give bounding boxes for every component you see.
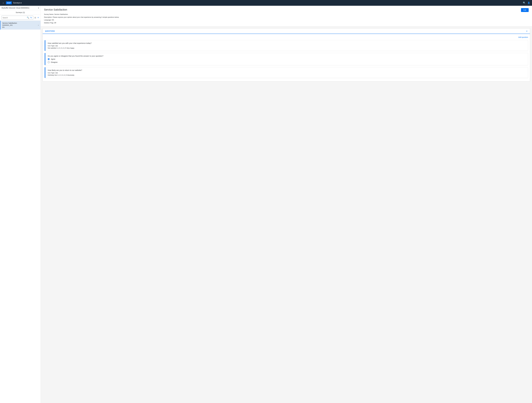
detail-header: Service Satisfaction Survey Name: Servic… <box>41 6 532 26</box>
filter-button[interactable]: ⊟ <box>34 16 36 19</box>
add-question-button[interactable]: Add question <box>518 36 528 38</box>
question-text-2: Do you agree or disagree that you found … <box>48 55 526 57</box>
detail-title: Service Satisfaction <box>44 8 119 11</box>
header-right: 🔍 👤 <box>523 1 530 4</box>
question-card-1: How satisfied are you with your chat exp… <box>44 40 528 51</box>
detail-fields: Survey Name: Service Satisfaction Descri… <box>44 13 119 24</box>
icon-type-label-1: Icon Type: <box>48 45 55 47</box>
radio-option-agree[interactable]: Agree <box>48 58 526 60</box>
radio-circle-agree <box>48 58 50 60</box>
search-submit-icon[interactable]: 🔍 <box>26 16 29 19</box>
main-container: Skybuffer Discover Cloud (50000001) ∨ Su… <box>0 6 532 403</box>
survey-name-label: Survey Name: <box>44 13 54 15</box>
survey-item-lang: EN <box>2 26 17 28</box>
question-text-3: How likely are you to return to our webs… <box>48 69 526 71</box>
questions-body: Add question How satisfied are you with … <box>43 34 530 81</box>
survey-item-text: Service Satisfaction 50000001_001 EN <box>2 22 17 28</box>
question-card-3: How likely are you to return to our webs… <box>44 67 528 78</box>
question-card-2: Do you agree or disagree that you found … <box>44 53 528 65</box>
icon-type-value-1: star <box>55 45 58 47</box>
question-content-3: How likely are you to return to our webs… <box>45 67 528 78</box>
user-icon-button[interactable]: 👤 <box>527 1 530 4</box>
question-text-1: How satisfied are you with your chat exp… <box>48 42 526 44</box>
chevron-right-icon: › <box>38 24 39 26</box>
edit-button[interactable]: Edit <box>521 8 529 12</box>
questions-section: QUESTIONS ∨ Add question How satisfied a… <box>43 28 530 82</box>
question-scale-3: Definitely Not 1 | 2 | 3 | 4 | 5 Absolut… <box>48 74 526 76</box>
detail-info: Service Satisfaction Survey Name: Servic… <box>44 8 119 24</box>
radio-label-disagree: Disagree <box>51 61 57 63</box>
back-button[interactable]: ‹ <box>2 1 5 5</box>
questions-collapse-icon: ∨ <box>526 30 528 32</box>
search-action-icons: 🔍 ↻ <box>26 16 32 19</box>
questions-title: QUESTIONS <box>45 30 55 32</box>
search-bar: 🔍 ↻ ⊟ + <box>0 15 41 21</box>
question-content-1: How satisfied are you with your chat exp… <box>45 40 528 51</box>
survey-name-field: Survey Name: Service Satisfaction <box>44 13 119 16</box>
language-label: Language: <box>44 19 51 21</box>
description-label: Description: <box>44 16 52 18</box>
question-meta-1: Icon Type: star <box>48 45 526 47</box>
main-content: Service Satisfaction Survey Name: Servic… <box>41 6 532 403</box>
app-title: Surveys ▾ <box>13 2 22 4</box>
survey-item-name: Service Satisfaction <box>2 22 17 24</box>
question-content-2: Do you agree or disagree that you found … <box>45 53 528 65</box>
language-value: EN <box>52 19 54 21</box>
question-scale-1: Not satisfied 1 | 2 | 3 | 4 | 5 Very hap… <box>48 47 526 49</box>
radio-options-2: Agree Disagree <box>48 58 526 63</box>
language-field: Language: EN <box>44 19 119 21</box>
survey-list-item[interactable]: Service Satisfaction 50000001_001 EN › <box>0 21 41 30</box>
tenant-dropdown[interactable]: Skybuffer Discover Cloud (50000001) ∨ <box>0 6 41 10</box>
deletion-flag-label: Deletion Flag: <box>44 22 54 24</box>
survey-item-id: 50000001_001 <box>2 24 17 26</box>
radio-option-disagree[interactable]: Disagree <box>48 61 526 63</box>
search-refresh-icon[interactable]: ↻ <box>30 16 32 19</box>
deletion-flag-field: Deletion Flag: Off <box>44 22 119 24</box>
description-value: Please express your opinion about your c… <box>53 16 119 18</box>
app-title-arrow: ▾ <box>21 2 22 4</box>
dropdown-arrow: ∨ <box>38 7 39 9</box>
survey-name-value: Service Satisfaction <box>54 13 68 15</box>
sidebar-title: Surveys (1) <box>0 10 41 15</box>
app-header: ‹ SAP Surveys ▾ 🔍 👤 <box>0 0 532 6</box>
icon-type-label-3: Icon Type: <box>48 72 55 74</box>
questions-header[interactable]: QUESTIONS ∨ <box>43 28 530 34</box>
icon-type-value-3: star <box>55 72 58 74</box>
deletion-flag-value: Off <box>54 22 56 24</box>
search-icon-button[interactable]: 🔍 <box>523 1 526 4</box>
radio-circle-disagree <box>48 61 50 63</box>
add-question-row: Add question <box>44 35 528 40</box>
app-title-text: Surveys <box>13 2 20 4</box>
sap-logo: SAP <box>6 1 12 4</box>
sidebar: Skybuffer Discover Cloud (50000001) ∨ Su… <box>0 6 41 403</box>
description-field: Description: Please express your opinion… <box>44 16 119 19</box>
header-left: ‹ SAP Surveys ▾ <box>2 1 22 5</box>
search-input-wrapper: 🔍 ↻ <box>1 16 33 20</box>
radio-label-agree: Agree <box>51 58 55 60</box>
search-input[interactable] <box>2 17 26 19</box>
tenant-name: Skybuffer Discover Cloud (50000001) <box>1 7 29 9</box>
add-survey-button[interactable]: + <box>37 16 39 19</box>
question-meta-3: Icon Type: star <box>48 72 526 74</box>
